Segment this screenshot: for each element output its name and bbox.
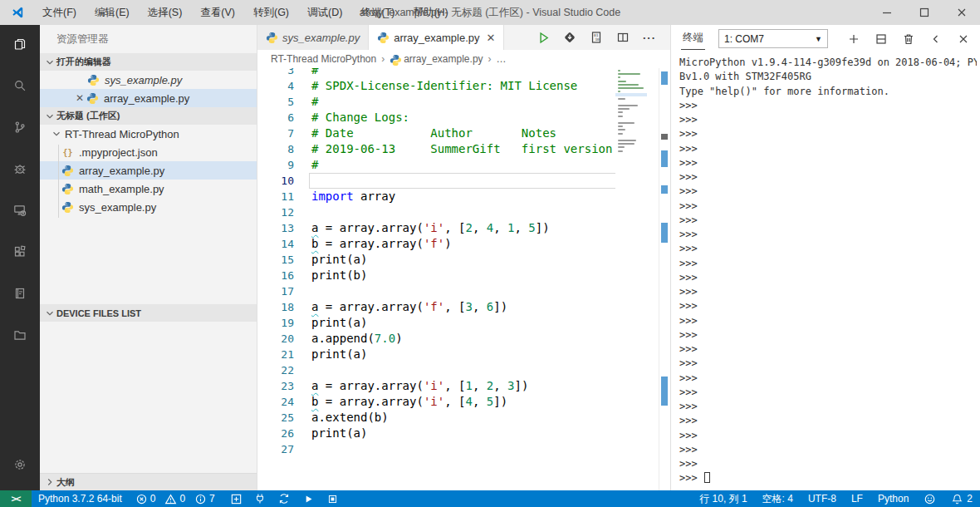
- terminal-tab[interactable]: 终端: [681, 27, 705, 50]
- remote-device-icon[interactable]: [0, 191, 40, 229]
- add-icon[interactable]: [844, 29, 864, 49]
- terminal-prompt-line: >>>: [679, 429, 977, 443]
- run-icon[interactable]: [534, 28, 552, 47]
- breadcrumb-item[interactable]: …: [497, 53, 507, 65]
- breadcrumb-item[interactable]: RT-Thread MicroPython: [271, 53, 376, 65]
- eol-setting[interactable]: LF: [844, 490, 870, 507]
- source-control-icon[interactable]: [0, 108, 40, 146]
- code-text: print(a): [311, 315, 367, 331]
- line-number: 13: [257, 220, 294, 236]
- open-editors-header[interactable]: 打开的编辑器: [40, 53, 257, 71]
- tab-array_example.py[interactable]: array_example.py✕: [369, 25, 504, 50]
- explorer-icon[interactable]: [0, 25, 40, 63]
- tab-sys_example.py[interactable]: sys_example.py: [257, 25, 369, 50]
- code-line: 6# Change Logs:: [257, 110, 670, 126]
- debug-icon[interactable]: [0, 150, 40, 188]
- workspace-header[interactable]: 无标题 (工作区): [40, 107, 257, 125]
- tree-file-row[interactable]: math_example.py: [40, 180, 257, 198]
- code-editor[interactable]: 3#4# SPDX-License-Identifier: MIT Licens…: [257, 68, 670, 490]
- remote-indicator[interactable]: ><: [0, 490, 32, 507]
- code-line: 17: [257, 283, 670, 299]
- line-number: 24: [257, 394, 294, 410]
- code-text: # Date Author Notes: [311, 126, 556, 141]
- code-text: print(a): [311, 426, 367, 441]
- language-mode[interactable]: Python: [870, 490, 916, 507]
- line-number: 18: [257, 299, 294, 315]
- code-line: 9#: [257, 157, 670, 173]
- outline-header[interactable]: 大纲: [40, 473, 257, 490]
- terminal-output[interactable]: MicroPython v1.9.4-114-g309fe39d on 2018…: [679, 56, 977, 490]
- terminal-prompt-line: >>>: [679, 156, 977, 170]
- chevron-down-icon: [43, 110, 56, 123]
- tab-label: sys_example.py: [282, 32, 360, 44]
- tree-folder-row[interactable]: RT-Thread MicroPython: [40, 125, 257, 143]
- tree-file-row[interactable]: {}.mpyproject.json: [40, 143, 257, 161]
- feedback-smiley[interactable]: [916, 490, 943, 507]
- close-icon[interactable]: ✕: [73, 91, 86, 105]
- notifications-bell[interactable]: 2: [943, 490, 980, 507]
- search-icon[interactable]: [0, 66, 40, 105]
- close-icon[interactable]: [953, 29, 973, 49]
- menu-G[interactable]: 转到(G): [244, 0, 298, 25]
- split-panel-icon[interactable]: [871, 29, 891, 49]
- play-icon[interactable]: [302, 493, 315, 505]
- activity-bar: [0, 25, 40, 490]
- maximize-button[interactable]: [905, 0, 943, 25]
- open-editor-item[interactable]: ✕array_example.py: [40, 89, 257, 107]
- ruler-mark: [661, 134, 668, 140]
- settings-icon[interactable]: [0, 445, 40, 484]
- sync-icon[interactable]: [278, 493, 291, 505]
- minimap[interactable]: [615, 68, 647, 490]
- indent-setting[interactable]: 空格: 4: [755, 490, 801, 507]
- code-line: 21print(a): [257, 347, 670, 362]
- code-text: #: [311, 157, 318, 173]
- python-interpreter[interactable]: Python 3.7.2 64-bit: [32, 490, 129, 507]
- code-line: 10: [257, 173, 670, 189]
- breadcrumb[interactable]: RT-Thread MicroPython›array_example.py›…: [257, 50, 670, 68]
- line-number: 9: [257, 157, 294, 173]
- breadcrumb-item[interactable]: array_example.py: [404, 53, 483, 65]
- folder-icon[interactable]: [0, 316, 40, 354]
- split-editor-icon[interactable]: [614, 28, 632, 47]
- stop-icon[interactable]: [326, 493, 339, 505]
- code-line: 8# 2019-06-13 SummerGift first version: [257, 141, 670, 157]
- chevron-left-icon[interactable]: [926, 29, 946, 49]
- tree-file-list: {}.mpyproject.jsonarray_example.pymath_e…: [40, 143, 257, 216]
- menu-D[interactable]: 调试(D): [298, 0, 351, 25]
- vscode-logo-icon: [10, 5, 25, 20]
- code-text: print(a): [311, 252, 367, 268]
- remote-icon: ><: [12, 494, 21, 504]
- tree-file-row[interactable]: sys_example.py: [40, 198, 257, 216]
- close-icon[interactable]: ✕: [487, 32, 496, 44]
- json-icon: {}: [61, 148, 74, 157]
- more-actions-icon[interactable]: ···: [640, 28, 659, 47]
- menu-S[interactable]: 选择(S): [139, 0, 192, 25]
- terminal-prompt-line: >>>: [679, 271, 977, 285]
- overview-ruler-scrollbar[interactable]: [659, 68, 669, 490]
- notebook-icon[interactable]: [0, 274, 40, 313]
- problems-status[interactable]: 0 0 7: [129, 490, 222, 507]
- add-box-icon[interactable]: [230, 493, 243, 505]
- minimize-button[interactable]: [868, 0, 905, 25]
- open-editor-item[interactable]: sys_example.py: [40, 71, 257, 89]
- download-icon[interactable]: [561, 28, 579, 47]
- terminal-port-select[interactable]: 1: COM7 ▼: [718, 29, 828, 48]
- dropdown-caret-icon: ▼: [815, 35, 822, 43]
- menu-F[interactable]: 文件(F): [33, 0, 86, 25]
- extensions-icon[interactable]: [0, 233, 40, 271]
- code-lines: 3#4# SPDX-License-Identifier: MIT Licens…: [257, 68, 670, 457]
- code-text: print(a): [311, 347, 367, 362]
- close-button[interactable]: [943, 0, 980, 25]
- encoding-setting[interactable]: UTF-8: [801, 490, 844, 507]
- binary-file-icon[interactable]: 0110: [587, 28, 605, 47]
- menu-V[interactable]: 查看(V): [191, 0, 244, 25]
- tab-strip: sys_example.pyarray_example.py✕ 0110···: [257, 25, 670, 50]
- ruler-mark: [661, 223, 668, 243]
- code-line: 26print(a): [257, 426, 670, 441]
- trash-icon[interactable]: [899, 29, 919, 49]
- device-files-header[interactable]: DEVICE FILES LIST: [40, 304, 257, 322]
- menu-E[interactable]: 编辑(E): [86, 0, 139, 25]
- plug-icon[interactable]: [254, 493, 267, 505]
- cursor-position[interactable]: 行 10, 列 1: [692, 490, 754, 507]
- tree-file-row[interactable]: array_example.py: [40, 161, 257, 180]
